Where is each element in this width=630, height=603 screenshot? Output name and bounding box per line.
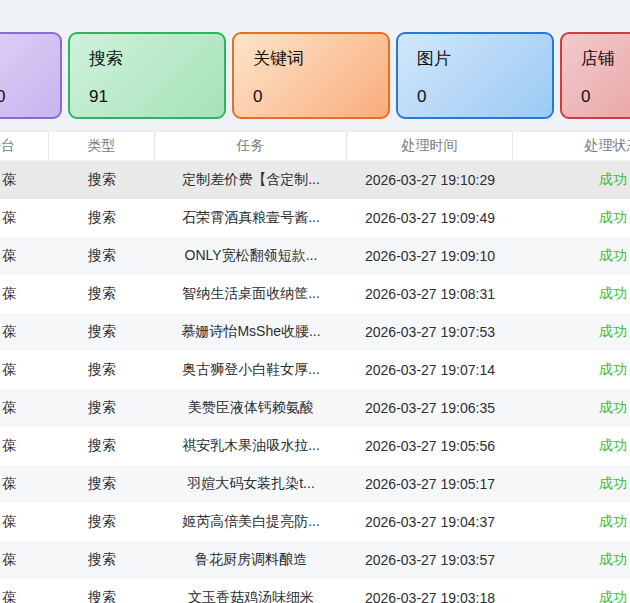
cell-task: 祺安乳木果油吸水拉... (155, 427, 347, 465)
stat-card-label: 关键词 (253, 47, 388, 71)
cell-type: 搜索 (49, 351, 155, 389)
cell-platform: 葆 (0, 161, 49, 199)
cell-task: 鲁花厨房调料酿造 (155, 541, 347, 579)
stat-card-1[interactable]: 搜索 91 (68, 32, 226, 119)
cell-time: 2026-03-27 19:09:49 (347, 199, 513, 237)
cell-type: 搜索 (49, 237, 155, 275)
cell-time: 2026-03-27 19:05:56 (347, 427, 513, 465)
cell-task: 文玉香菇鸡汤味细米 (155, 579, 347, 603)
table-row[interactable]: 葆 搜索 羽媗大码女装扎染t... 2026-03-27 19:05:17 成功 (0, 465, 630, 503)
table-row[interactable]: 葆 搜索 祺安乳木果油吸水拉... 2026-03-27 19:05:56 成功 (0, 427, 630, 465)
cell-time: 2026-03-27 19:07:14 (347, 351, 513, 389)
cell-time: 2026-03-27 19:03:18 (347, 579, 513, 603)
cell-status: 成功 (513, 237, 630, 275)
cell-platform: 葆 (0, 465, 49, 503)
cell-task: ONLY宽松翻领短款... (155, 237, 347, 275)
cell-task: 慕姗诗怡MsShe收腰... (155, 313, 347, 351)
cell-platform: 葆 (0, 237, 49, 275)
cell-status: 成功 (513, 427, 630, 465)
column-header-platform: 平台 (0, 132, 49, 160)
stat-card-label: 图片 (417, 47, 552, 71)
table-body: 葆 搜索 定制差价费【含定制... 2026-03-27 19:10:29 成功… (0, 161, 630, 603)
table-row[interactable]: 葆 搜索 定制差价费【含定制... 2026-03-27 19:10:29 成功 (0, 161, 630, 199)
cell-status: 成功 (513, 503, 630, 541)
table-row[interactable]: 葆 搜索 石荣霄酒真粮壹号酱... 2026-03-27 19:09:49 成功 (0, 199, 630, 237)
cell-status: 成功 (513, 351, 630, 389)
cell-task: 姬芮高倍美白提亮防... (155, 503, 347, 541)
cell-platform: 葆 (0, 275, 49, 313)
cell-platform: 葆 (0, 579, 49, 603)
cell-platform: 葆 (0, 351, 49, 389)
cell-type: 搜索 (49, 313, 155, 351)
table-row[interactable]: 葆 搜索 奥古狮登小白鞋女厚... 2026-03-27 19:07:14 成功 (0, 351, 630, 389)
cell-status: 成功 (513, 579, 630, 603)
dashboard-page: 0 搜索 91 关键词 0 图片 0 店铺 0 平台 类型 任务 处理时间 处理… (0, 0, 630, 603)
cell-type: 搜索 (49, 389, 155, 427)
column-header-status: 处理状态 (513, 132, 630, 160)
column-header-time: 处理时间 (347, 132, 513, 160)
cell-time: 2026-03-27 19:07:53 (347, 313, 513, 351)
cell-status: 成功 (513, 199, 630, 237)
cell-type: 搜索 (49, 161, 155, 199)
table-header-row: 平台 类型 任务 处理时间 处理状态 (0, 132, 630, 161)
table-row[interactable]: 葆 搜索 智纳生活桌面收纳筐... 2026-03-27 19:08:31 成功 (0, 275, 630, 313)
cell-status: 成功 (513, 465, 630, 503)
table-row[interactable]: 葆 搜索 鲁花厨房调料酿造 2026-03-27 19:03:57 成功 (0, 541, 630, 579)
stat-card-4[interactable]: 店铺 0 (560, 32, 630, 119)
cell-task: 石荣霄酒真粮壹号酱... (155, 199, 347, 237)
cell-type: 搜索 (49, 199, 155, 237)
stat-card-value: 0 (581, 85, 630, 109)
cell-platform: 葆 (0, 503, 49, 541)
stat-card-label (0, 47, 60, 71)
cell-status: 成功 (513, 161, 630, 199)
stat-card-label: 搜索 (89, 47, 224, 71)
cell-status: 成功 (513, 541, 630, 579)
cell-platform: 葆 (0, 199, 49, 237)
cell-task: 奥古狮登小白鞋女厚... (155, 351, 347, 389)
cell-task: 定制差价费【含定制... (155, 161, 347, 199)
cell-task: 羽媗大码女装扎染t... (155, 465, 347, 503)
cell-platform: 葆 (0, 427, 49, 465)
cell-status: 成功 (513, 313, 630, 351)
cell-type: 搜索 (49, 427, 155, 465)
table-row[interactable]: 葆 搜索 姬芮高倍美白提亮防... 2026-03-27 19:04:37 成功 (0, 503, 630, 541)
table-row[interactable]: 葆 搜索 文玉香菇鸡汤味细米 2026-03-27 19:03:18 成功 (0, 579, 630, 603)
stat-card-value: 0 (253, 85, 388, 109)
stat-card-2[interactable]: 关键词 0 (232, 32, 390, 119)
stat-card-value: 91 (89, 85, 224, 109)
stat-card-3[interactable]: 图片 0 (396, 32, 554, 119)
stat-card-label: 店铺 (581, 47, 630, 71)
column-header-type: 类型 (49, 132, 155, 160)
cell-status: 成功 (513, 275, 630, 313)
column-header-task: 任务 (155, 132, 347, 160)
cell-type: 搜索 (49, 541, 155, 579)
stat-card-value: 0 (0, 85, 60, 109)
cell-type: 搜索 (49, 579, 155, 603)
cell-time: 2026-03-27 19:04:37 (347, 503, 513, 541)
cell-time: 2026-03-27 19:09:10 (347, 237, 513, 275)
cell-type: 搜索 (49, 503, 155, 541)
cell-time: 2026-03-27 19:05:17 (347, 465, 513, 503)
task-table: 平台 类型 任务 处理时间 处理状态 葆 搜索 定制差价费【含定制... 202… (0, 131, 630, 603)
stat-card-value: 0 (417, 85, 552, 109)
cell-platform: 葆 (0, 541, 49, 579)
table-row[interactable]: 葆 搜索 ONLY宽松翻领短款... 2026-03-27 19:09:10 成… (0, 237, 630, 275)
cell-time: 2026-03-27 19:03:57 (347, 541, 513, 579)
cell-task: 美赞臣液体钙赖氨酸 (155, 389, 347, 427)
table-row[interactable]: 葆 搜索 美赞臣液体钙赖氨酸 2026-03-27 19:06:35 成功 (0, 389, 630, 427)
cell-platform: 葆 (0, 313, 49, 351)
cell-time: 2026-03-27 19:10:29 (347, 161, 513, 199)
stat-card-0[interactable]: 0 (0, 32, 62, 119)
stats-cards-row: 0 搜索 91 关键词 0 图片 0 店铺 0 (0, 32, 630, 119)
cell-type: 搜索 (49, 275, 155, 313)
cell-time: 2026-03-27 19:08:31 (347, 275, 513, 313)
cell-type: 搜索 (49, 465, 155, 503)
cell-platform: 葆 (0, 389, 49, 427)
task-table-inner: 平台 类型 任务 处理时间 处理状态 葆 搜索 定制差价费【含定制... 202… (0, 132, 630, 603)
cell-time: 2026-03-27 19:06:35 (347, 389, 513, 427)
table-row[interactable]: 葆 搜索 慕姗诗怡MsShe收腰... 2026-03-27 19:07:53 … (0, 313, 630, 351)
cell-task: 智纳生活桌面收纳筐... (155, 275, 347, 313)
cell-status: 成功 (513, 389, 630, 427)
